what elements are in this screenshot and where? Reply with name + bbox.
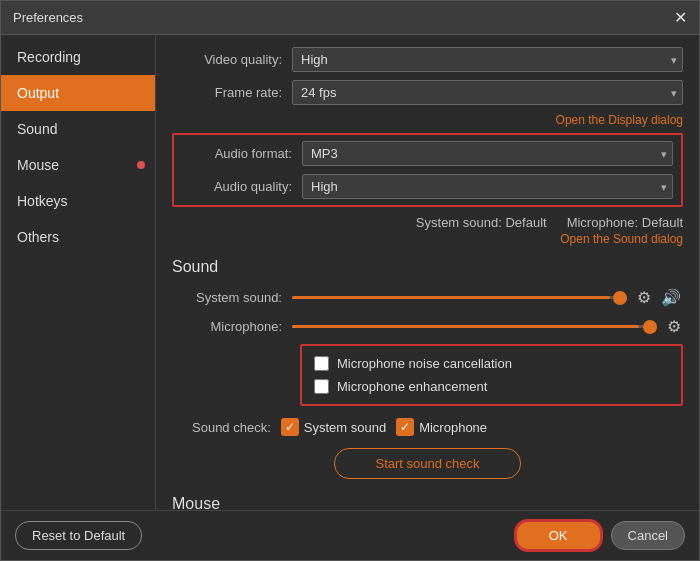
microphone-fill bbox=[292, 325, 639, 328]
system-sound-track bbox=[292, 296, 627, 299]
open-display-dialog-link[interactable]: Open the Display dialog bbox=[172, 113, 683, 127]
footer: Reset to Default OK Cancel bbox=[1, 510, 699, 560]
noise-cancellation-row: Microphone noise cancellation bbox=[314, 356, 669, 371]
preferences-window: Preferences ✕ Recording Output Sound Mou… bbox=[0, 0, 700, 561]
sidebar-item-recording[interactable]: Recording bbox=[1, 39, 155, 75]
audio-format-select[interactable]: MP3 AAC WAV bbox=[302, 141, 673, 166]
audio-format-box: Audio format: MP3 AAC WAV ▾ Audio qualit… bbox=[172, 133, 683, 207]
cancel-button[interactable]: Cancel bbox=[611, 521, 685, 550]
system-sound-icons: ⚙ 🔊 bbox=[635, 286, 683, 309]
system-sound-gear-icon[interactable]: ⚙ bbox=[635, 286, 653, 309]
video-quality-label: Video quality: bbox=[172, 52, 292, 67]
enhancement-checkbox[interactable] bbox=[314, 379, 329, 394]
audio-quality-select-wrapper: High Medium Low ▾ bbox=[302, 174, 673, 199]
microphone-status: Microphone: Default bbox=[567, 215, 683, 230]
system-sound-status: System sound: Default bbox=[416, 215, 547, 230]
window-title: Preferences bbox=[13, 10, 83, 25]
system-sound-slider-wrapper[interactable] bbox=[292, 296, 627, 299]
microphone-gear-icon[interactable]: ⚙ bbox=[665, 315, 683, 338]
audio-format-select-wrapper: MP3 AAC WAV ▾ bbox=[302, 141, 673, 166]
open-sound-dialog-link[interactable]: Open the Sound dialog bbox=[172, 232, 683, 246]
main-content: Video quality: High Medium Low ▾ Frame r… bbox=[156, 35, 699, 510]
audio-format-label: Audio format: bbox=[182, 146, 302, 161]
enhancement-row: Microphone enhancement bbox=[314, 379, 669, 394]
audio-quality-select[interactable]: High Medium Low bbox=[302, 174, 673, 199]
microphone-slider-label: Microphone: bbox=[172, 319, 292, 334]
video-quality-select[interactable]: High Medium Low bbox=[292, 47, 683, 72]
mouse-section-title: Mouse bbox=[172, 495, 683, 510]
microphone-slider-wrapper[interactable] bbox=[292, 325, 657, 328]
reset-to-default-button[interactable]: Reset to Default bbox=[15, 521, 142, 550]
microphone-track bbox=[292, 325, 657, 328]
frame-rate-label: Frame rate: bbox=[172, 85, 292, 100]
content-area: Recording Output Sound Mouse Hotkeys Oth… bbox=[1, 35, 699, 510]
sidebar-item-others[interactable]: Others bbox=[1, 219, 155, 255]
frame-rate-select[interactable]: 24 fps 30 fps 60 fps bbox=[292, 80, 683, 105]
microphone-slider-row: Microphone: ⚙ bbox=[172, 315, 683, 338]
microphone-icons: ⚙ bbox=[665, 315, 683, 338]
status-row: System sound: Default Microphone: Defaul… bbox=[172, 215, 683, 230]
system-sound-slider-label: System sound: bbox=[172, 290, 292, 305]
noise-cancellation-label[interactable]: Microphone noise cancellation bbox=[337, 356, 512, 371]
system-sound-speaker-icon[interactable]: 🔊 bbox=[659, 286, 683, 309]
noise-cancellation-checkbox[interactable] bbox=[314, 356, 329, 371]
sidebar-item-hotkeys[interactable]: Hotkeys bbox=[1, 183, 155, 219]
system-sound-fill bbox=[292, 296, 610, 299]
video-quality-row: Video quality: High Medium Low ▾ bbox=[172, 47, 683, 72]
sidebar-item-sound[interactable]: Sound bbox=[1, 111, 155, 147]
audio-quality-label: Audio quality: bbox=[182, 179, 302, 194]
frame-rate-select-wrapper: 24 fps 30 fps 60 fps ▾ bbox=[292, 80, 683, 105]
close-button[interactable]: ✕ bbox=[674, 10, 687, 26]
title-bar: Preferences ✕ bbox=[1, 1, 699, 35]
audio-format-row: Audio format: MP3 AAC WAV ▾ bbox=[182, 141, 673, 166]
sound-section-title: Sound bbox=[172, 258, 683, 276]
sidebar-item-mouse[interactable]: Mouse bbox=[1, 147, 155, 183]
sound-check-label: Sound check: bbox=[192, 420, 271, 435]
start-sound-check-button[interactable]: Start sound check bbox=[334, 448, 520, 479]
sound-check-row: Sound check: ✓ System sound ✓ Microphone bbox=[192, 418, 683, 436]
system-sound-slider-row: System sound: ⚙ 🔊 bbox=[172, 286, 683, 309]
frame-rate-row: Frame rate: 24 fps 30 fps 60 fps ▾ bbox=[172, 80, 683, 105]
ok-button[interactable]: OK bbox=[514, 519, 603, 552]
audio-quality-row: Audio quality: High Medium Low ▾ bbox=[182, 174, 673, 199]
microphone-check-icon: ✓ bbox=[396, 418, 414, 436]
microphone-options-box: Microphone noise cancellation Microphone… bbox=[300, 344, 683, 406]
system-sound-check-icon: ✓ bbox=[281, 418, 299, 436]
system-sound-thumb[interactable] bbox=[613, 291, 627, 305]
microphone-check-label[interactable]: ✓ Microphone bbox=[396, 418, 487, 436]
sidebar-item-output[interactable]: Output bbox=[1, 75, 155, 111]
system-sound-check-label[interactable]: ✓ System sound bbox=[281, 418, 386, 436]
video-quality-select-wrapper: High Medium Low ▾ bbox=[292, 47, 683, 72]
enhancement-label[interactable]: Microphone enhancement bbox=[337, 379, 487, 394]
sidebar: Recording Output Sound Mouse Hotkeys Oth… bbox=[1, 35, 156, 510]
microphone-thumb[interactable] bbox=[643, 320, 657, 334]
